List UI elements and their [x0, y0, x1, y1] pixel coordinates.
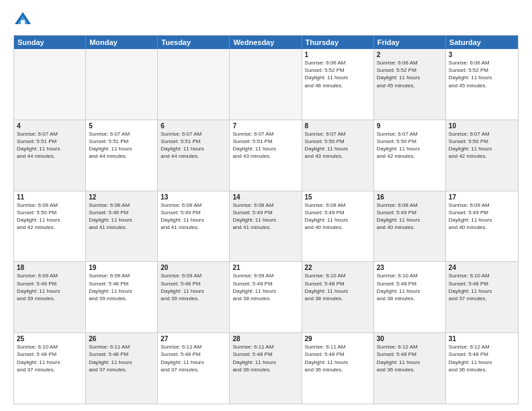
calendar-empty-cell: [230, 49, 302, 120]
day-number: 1: [305, 51, 371, 58]
day-info: Sunrise: 6:07 AM Sunset: 5:50 PM Dayligh…: [377, 130, 443, 161]
day-info: Sunrise: 6:07 AM Sunset: 5:51 PM Dayligh…: [89, 130, 154, 161]
calendar-day-28: 28Sunrise: 6:11 AM Sunset: 5:48 PM Dayli…: [230, 333, 302, 404]
day-info: Sunrise: 6:10 AM Sunset: 5:48 PM Dayligh…: [449, 272, 515, 302]
day-info: Sunrise: 6:09 AM Sunset: 5:48 PM Dayligh…: [89, 272, 154, 302]
day-number: 27: [161, 335, 226, 342]
day-info: Sunrise: 6:08 AM Sunset: 5:49 PM Dayligh…: [89, 201, 154, 232]
day-info: Sunrise: 6:11 AM Sunset: 5:48 PM Dayligh…: [305, 343, 371, 373]
day-info: Sunrise: 6:06 AM Sunset: 5:52 PM Dayligh…: [449, 59, 515, 89]
day-info: Sunrise: 6:09 AM Sunset: 5:49 PM Dayligh…: [17, 272, 83, 302]
day-number: 23: [377, 264, 443, 271]
calendar-day-30: 30Sunrise: 6:12 AM Sunset: 5:48 PM Dayli…: [374, 333, 446, 404]
day-info: Sunrise: 6:12 AM Sunset: 5:48 PM Dayligh…: [449, 343, 515, 373]
day-number: 17: [449, 193, 515, 201]
day-number: 3: [449, 51, 515, 58]
day-info: Sunrise: 6:11 AM Sunset: 5:48 PM Dayligh…: [89, 343, 154, 373]
calendar-day-29: 29Sunrise: 6:11 AM Sunset: 5:48 PM Dayli…: [302, 333, 374, 404]
calendar-day-23: 23Sunrise: 6:10 AM Sunset: 5:48 PM Dayli…: [374, 262, 446, 332]
calendar-day-12: 12Sunrise: 6:08 AM Sunset: 5:49 PM Dayli…: [86, 191, 158, 262]
calendar-day-5: 5Sunrise: 6:07 AM Sunset: 5:51 PM Daylig…: [86, 120, 158, 191]
day-info: Sunrise: 6:07 AM Sunset: 5:51 PM Dayligh…: [232, 130, 298, 161]
page: SundayMondayTuesdayWednesdayThursdayFrid…: [0, 0, 532, 411]
calendar-day-19: 19Sunrise: 6:09 AM Sunset: 5:48 PM Dayli…: [86, 262, 158, 332]
day-number: 16: [377, 193, 443, 201]
day-number: 4: [17, 122, 83, 130]
day-number: 21: [232, 264, 298, 271]
calendar-day-8: 8Sunrise: 6:07 AM Sunset: 5:50 PM Daylig…: [302, 120, 374, 191]
logo-icon: [13, 11, 32, 30]
day-info: Sunrise: 6:09 AM Sunset: 5:49 PM Dayligh…: [449, 201, 515, 232]
day-info: Sunrise: 6:08 AM Sunset: 5:49 PM Dayligh…: [232, 201, 298, 232]
calendar-day-20: 20Sunrise: 6:09 AM Sunset: 5:48 PM Dayli…: [158, 262, 230, 332]
calendar-day-2: 2Sunrise: 6:06 AM Sunset: 5:52 PM Daylig…: [374, 49, 446, 120]
calendar-empty-cell: [158, 49, 230, 120]
calendar-week-2: 4Sunrise: 6:07 AM Sunset: 5:51 PM Daylig…: [14, 120, 518, 191]
calendar-empty-cell: [86, 49, 158, 120]
day-info: Sunrise: 6:10 AM Sunset: 5:48 PM Dayligh…: [377, 272, 443, 302]
day-number: 29: [305, 335, 371, 342]
calendar-week-5: 25Sunrise: 6:10 AM Sunset: 5:48 PM Dayli…: [14, 333, 518, 404]
day-info: Sunrise: 6:08 AM Sunset: 5:49 PM Dayligh…: [161, 201, 226, 232]
calendar: SundayMondayTuesdayWednesdayThursdayFrid…: [13, 35, 519, 404]
day-number: 10: [449, 122, 515, 130]
day-number: 30: [377, 335, 443, 342]
day-number: 28: [232, 335, 298, 342]
calendar-day-9: 9Sunrise: 6:07 AM Sunset: 5:50 PM Daylig…: [374, 120, 446, 191]
day-info: Sunrise: 6:10 AM Sunset: 5:48 PM Dayligh…: [17, 343, 83, 373]
calendar-week-3: 11Sunrise: 6:08 AM Sunset: 5:50 PM Dayli…: [14, 191, 518, 263]
day-number: 7: [232, 122, 298, 130]
day-info: Sunrise: 6:06 AM Sunset: 5:52 PM Dayligh…: [377, 59, 443, 89]
day-info: Sunrise: 6:06 AM Sunset: 5:52 PM Dayligh…: [305, 59, 371, 89]
day-number: 24: [449, 264, 515, 271]
calendar-day-4: 4Sunrise: 6:07 AM Sunset: 5:51 PM Daylig…: [14, 120, 86, 191]
day-info: Sunrise: 6:07 AM Sunset: 5:51 PM Dayligh…: [161, 130, 226, 161]
day-info: Sunrise: 6:09 AM Sunset: 5:48 PM Dayligh…: [161, 272, 226, 302]
day-number: 18: [17, 264, 83, 271]
day-number: 5: [89, 122, 154, 130]
calendar-day-13: 13Sunrise: 6:08 AM Sunset: 5:49 PM Dayli…: [158, 191, 230, 262]
calendar-day-31: 31Sunrise: 6:12 AM Sunset: 5:48 PM Dayli…: [446, 333, 518, 404]
day-info: Sunrise: 6:09 AM Sunset: 5:48 PM Dayligh…: [232, 272, 298, 302]
calendar-day-21: 21Sunrise: 6:09 AM Sunset: 5:48 PM Dayli…: [230, 262, 302, 332]
header-day-saturday: Saturday: [446, 36, 518, 49]
calendar-day-1: 1Sunrise: 6:06 AM Sunset: 5:52 PM Daylig…: [302, 49, 374, 120]
day-number: 13: [161, 193, 226, 201]
calendar-empty-cell: [14, 49, 86, 120]
calendar-week-4: 18Sunrise: 6:09 AM Sunset: 5:49 PM Dayli…: [14, 262, 518, 333]
day-number: 31: [449, 335, 515, 342]
day-info: Sunrise: 6:10 AM Sunset: 5:48 PM Dayligh…: [305, 272, 371, 302]
calendar-header: SundayMondayTuesdayWednesdayThursdayFrid…: [14, 36, 518, 49]
calendar-day-27: 27Sunrise: 6:11 AM Sunset: 5:48 PM Dayli…: [158, 333, 230, 404]
day-info: Sunrise: 6:11 AM Sunset: 5:48 PM Dayligh…: [232, 343, 298, 373]
calendar-day-10: 10Sunrise: 6:07 AM Sunset: 5:50 PM Dayli…: [446, 120, 518, 191]
header-day-monday: Monday: [86, 36, 158, 49]
calendar-day-6: 6Sunrise: 6:07 AM Sunset: 5:51 PM Daylig…: [158, 120, 230, 191]
calendar-day-14: 14Sunrise: 6:08 AM Sunset: 5:49 PM Dayli…: [230, 191, 302, 262]
day-number: 14: [232, 193, 298, 201]
day-number: 15: [305, 193, 371, 201]
calendar-day-15: 15Sunrise: 6:08 AM Sunset: 5:49 PM Dayli…: [302, 191, 374, 262]
day-info: Sunrise: 6:08 AM Sunset: 5:49 PM Dayligh…: [305, 201, 371, 232]
day-number: 12: [89, 193, 154, 201]
day-number: 8: [305, 122, 371, 130]
calendar-day-26: 26Sunrise: 6:11 AM Sunset: 5:48 PM Dayli…: [86, 333, 158, 404]
header-day-sunday: Sunday: [14, 36, 86, 49]
day-number: 19: [89, 264, 154, 271]
day-info: Sunrise: 6:12 AM Sunset: 5:48 PM Dayligh…: [377, 343, 443, 373]
day-info: Sunrise: 6:07 AM Sunset: 5:51 PM Dayligh…: [17, 130, 83, 161]
day-info: Sunrise: 6:08 AM Sunset: 5:49 PM Dayligh…: [377, 201, 443, 232]
calendar-day-22: 22Sunrise: 6:10 AM Sunset: 5:48 PM Dayli…: [302, 262, 374, 332]
day-info: Sunrise: 6:08 AM Sunset: 5:50 PM Dayligh…: [17, 201, 83, 232]
day-info: Sunrise: 6:11 AM Sunset: 5:48 PM Dayligh…: [161, 343, 226, 373]
header-day-friday: Friday: [374, 36, 446, 49]
day-number: 2: [377, 51, 443, 58]
header: [13, 11, 519, 30]
calendar-day-18: 18Sunrise: 6:09 AM Sunset: 5:49 PM Dayli…: [14, 262, 86, 332]
calendar-day-24: 24Sunrise: 6:10 AM Sunset: 5:48 PM Dayli…: [446, 262, 518, 332]
day-number: 25: [17, 335, 83, 342]
calendar-day-16: 16Sunrise: 6:08 AM Sunset: 5:49 PM Dayli…: [374, 191, 446, 262]
day-number: 6: [161, 122, 226, 130]
calendar-day-11: 11Sunrise: 6:08 AM Sunset: 5:50 PM Dayli…: [14, 191, 86, 262]
day-number: 22: [305, 264, 371, 271]
